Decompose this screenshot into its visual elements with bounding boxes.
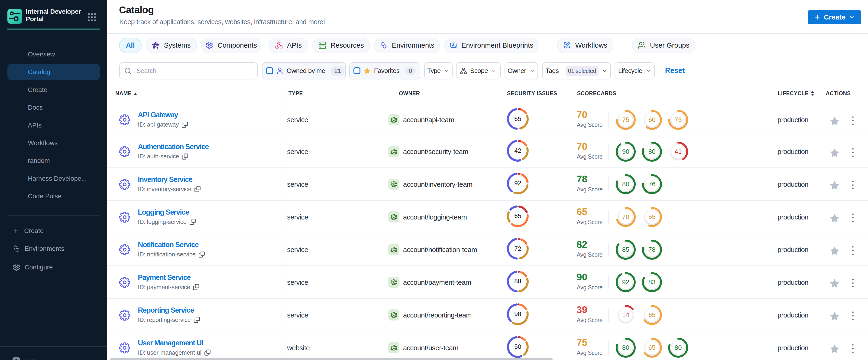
svg-text:?: ? bbox=[14, 358, 18, 360]
